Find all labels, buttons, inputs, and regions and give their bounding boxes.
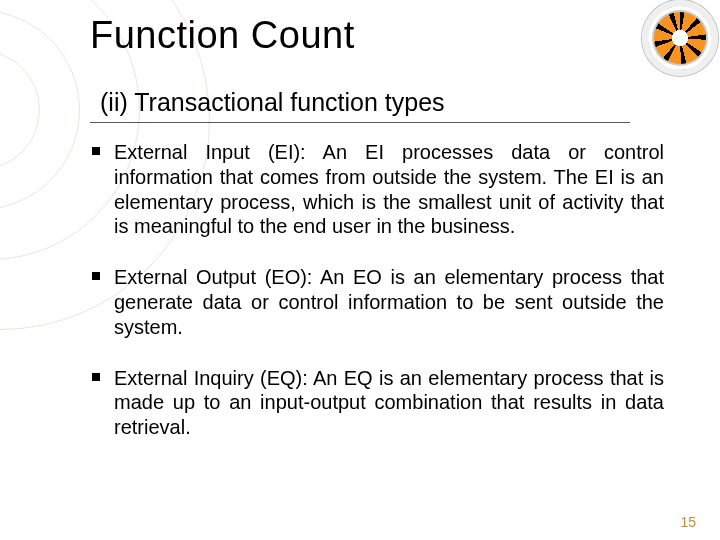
slide-title: Function Count: [90, 14, 355, 57]
list-item: External Output (EO): An EO is an elemen…: [88, 265, 664, 339]
subtitle-underline: [90, 122, 630, 123]
list-item: External Input (EI): An EI processes dat…: [88, 140, 664, 239]
page-number: 15: [680, 514, 696, 530]
institution-logo-icon: [648, 6, 712, 70]
list-item: External Inquiry (EQ): An EQ is an eleme…: [88, 366, 664, 440]
bullet-list: External Input (EI): An EI processes dat…: [88, 140, 664, 466]
slide: Function Count (ii) Transactional functi…: [0, 0, 720, 540]
slide-subtitle: (ii) Transactional function types: [100, 88, 445, 117]
